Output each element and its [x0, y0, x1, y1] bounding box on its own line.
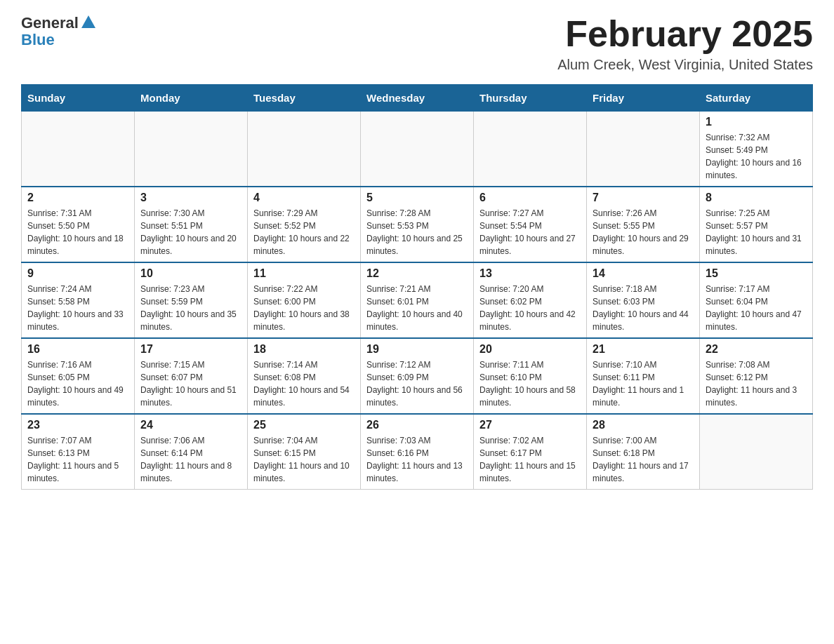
day-info: Sunrise: 7:29 AM Sunset: 5:52 PM Dayligh…: [253, 207, 355, 257]
day-info: Sunrise: 7:18 AM Sunset: 6:03 PM Dayligh…: [593, 283, 694, 333]
day-info: Sunrise: 7:00 AM Sunset: 6:18 PM Dayligh…: [593, 434, 694, 485]
day-number: 26: [366, 419, 468, 431]
day-number: 20: [479, 343, 581, 356]
calendar-cell: 5Sunrise: 7:28 AM Sunset: 5:53 PM Daylig…: [361, 187, 474, 262]
calendar-cell: 14Sunrise: 7:18 AM Sunset: 6:03 PM Dayli…: [587, 262, 700, 338]
logo-triangle-icon: [81, 15, 95, 28]
calendar-cell: 28Sunrise: 7:00 AM Sunset: 6:18 PM Dayli…: [587, 414, 700, 490]
day-info: Sunrise: 7:03 AM Sunset: 6:16 PM Dayligh…: [366, 434, 468, 485]
day-number: 14: [593, 267, 694, 280]
day-number: 2: [27, 192, 128, 204]
header-thursday: Thursday: [474, 85, 587, 112]
calendar-cell: 2Sunrise: 7:31 AM Sunset: 5:50 PM Daylig…: [22, 187, 135, 262]
calendar-cell: 4Sunrise: 7:29 AM Sunset: 5:52 PM Daylig…: [248, 187, 361, 262]
day-info: Sunrise: 7:10 AM Sunset: 6:11 PM Dayligh…: [593, 358, 694, 409]
calendar-cell: 10Sunrise: 7:23 AM Sunset: 5:59 PM Dayli…: [135, 262, 248, 338]
logo: General Blue: [21, 14, 95, 49]
day-number: 28: [593, 419, 694, 431]
title-section: February 2025 Alum Creek, West Virginia,…: [557, 14, 813, 73]
calendar-cell: 11Sunrise: 7:22 AM Sunset: 6:00 PM Dayli…: [248, 262, 361, 338]
calendar-week-4: 16Sunrise: 7:16 AM Sunset: 6:05 PM Dayli…: [22, 338, 813, 414]
calendar-cell: 22Sunrise: 7:08 AM Sunset: 6:12 PM Dayli…: [700, 338, 813, 414]
header-saturday: Saturday: [700, 85, 813, 112]
day-info: Sunrise: 7:30 AM Sunset: 5:51 PM Dayligh…: [140, 207, 241, 257]
day-info: Sunrise: 7:31 AM Sunset: 5:50 PM Dayligh…: [27, 207, 128, 257]
calendar-cell: 26Sunrise: 7:03 AM Sunset: 6:16 PM Dayli…: [361, 414, 474, 490]
day-number: 6: [479, 192, 581, 204]
day-number: 4: [253, 192, 355, 204]
day-number: 17: [140, 343, 241, 356]
day-number: 8: [706, 192, 807, 204]
day-info: Sunrise: 7:25 AM Sunset: 5:57 PM Dayligh…: [706, 207, 807, 257]
header-friday: Friday: [587, 85, 700, 112]
day-info: Sunrise: 7:11 AM Sunset: 6:10 PM Dayligh…: [479, 358, 581, 409]
calendar-cell: 13Sunrise: 7:20 AM Sunset: 6:02 PM Dayli…: [474, 262, 587, 338]
day-info: Sunrise: 7:12 AM Sunset: 6:09 PM Dayligh…: [366, 358, 468, 409]
calendar-table: SundayMondayTuesdayWednesdayThursdayFrid…: [21, 84, 813, 490]
day-info: Sunrise: 7:32 AM Sunset: 5:49 PM Dayligh…: [706, 131, 807, 182]
day-info: Sunrise: 7:28 AM Sunset: 5:53 PM Dayligh…: [366, 207, 468, 257]
day-number: 10: [140, 267, 241, 280]
calendar-cell: [361, 112, 474, 187]
calendar-week-1: 1Sunrise: 7:32 AM Sunset: 5:49 PM Daylig…: [22, 112, 813, 187]
header-sunday: Sunday: [22, 85, 135, 112]
day-number: 23: [27, 419, 128, 431]
day-number: 12: [366, 267, 468, 280]
day-number: 24: [140, 419, 241, 431]
calendar-cell: 25Sunrise: 7:04 AM Sunset: 6:15 PM Dayli…: [248, 414, 361, 490]
calendar-cell: [248, 112, 361, 187]
header-tuesday: Tuesday: [248, 85, 361, 112]
calendar-cell: 9Sunrise: 7:24 AM Sunset: 5:58 PM Daylig…: [22, 262, 135, 338]
calendar-week-3: 9Sunrise: 7:24 AM Sunset: 5:58 PM Daylig…: [22, 262, 813, 338]
calendar-cell: 24Sunrise: 7:06 AM Sunset: 6:14 PM Dayli…: [135, 414, 248, 490]
calendar-cell: 7Sunrise: 7:26 AM Sunset: 5:55 PM Daylig…: [587, 187, 700, 262]
day-number: 18: [253, 343, 355, 356]
day-number: 27: [479, 419, 581, 431]
day-info: Sunrise: 7:15 AM Sunset: 6:07 PM Dayligh…: [140, 358, 241, 409]
calendar-cell: 15Sunrise: 7:17 AM Sunset: 6:04 PM Dayli…: [700, 262, 813, 338]
calendar-cell: 16Sunrise: 7:16 AM Sunset: 6:05 PM Dayli…: [22, 338, 135, 414]
day-number: 9: [27, 267, 128, 280]
day-info: Sunrise: 7:24 AM Sunset: 5:58 PM Dayligh…: [27, 283, 128, 333]
day-info: Sunrise: 7:20 AM Sunset: 6:02 PM Dayligh…: [479, 283, 581, 333]
month-title: February 2025: [557, 14, 813, 54]
day-number: 16: [27, 343, 128, 356]
day-info: Sunrise: 7:22 AM Sunset: 6:00 PM Dayligh…: [253, 283, 355, 333]
day-number: 19: [366, 343, 468, 356]
calendar-cell: [700, 414, 813, 490]
location-subtitle: Alum Creek, West Virginia, United States: [557, 57, 813, 73]
day-number: 15: [706, 267, 807, 280]
calendar-cell: 20Sunrise: 7:11 AM Sunset: 6:10 PM Dayli…: [474, 338, 587, 414]
day-info: Sunrise: 7:17 AM Sunset: 6:04 PM Dayligh…: [706, 283, 807, 333]
calendar-cell: 18Sunrise: 7:14 AM Sunset: 6:08 PM Dayli…: [248, 338, 361, 414]
day-number: 3: [140, 192, 241, 204]
header-monday: Monday: [135, 85, 248, 112]
day-info: Sunrise: 7:08 AM Sunset: 6:12 PM Dayligh…: [706, 358, 807, 409]
calendar-cell: 12Sunrise: 7:21 AM Sunset: 6:01 PM Dayli…: [361, 262, 474, 338]
day-number: 25: [253, 419, 355, 431]
day-number: 21: [593, 343, 694, 356]
calendar-cell: 3Sunrise: 7:30 AM Sunset: 5:51 PM Daylig…: [135, 187, 248, 262]
calendar-cell: 1Sunrise: 7:32 AM Sunset: 5:49 PM Daylig…: [700, 112, 813, 187]
calendar-cell: [587, 112, 700, 187]
calendar-week-5: 23Sunrise: 7:07 AM Sunset: 6:13 PM Dayli…: [22, 414, 813, 490]
page-header: General Blue February 2025 Alum Creek, W…: [21, 14, 813, 73]
calendar-cell: 23Sunrise: 7:07 AM Sunset: 6:13 PM Dayli…: [22, 414, 135, 490]
calendar-cell: [22, 112, 135, 187]
day-number: 22: [706, 343, 807, 356]
calendar-cell: 21Sunrise: 7:10 AM Sunset: 6:11 PM Dayli…: [587, 338, 700, 414]
day-number: 7: [593, 192, 694, 204]
day-info: Sunrise: 7:26 AM Sunset: 5:55 PM Dayligh…: [593, 207, 694, 257]
day-info: Sunrise: 7:21 AM Sunset: 6:01 PM Dayligh…: [366, 283, 468, 333]
calendar-cell: [474, 112, 587, 187]
day-number: 1: [706, 116, 807, 128]
day-info: Sunrise: 7:14 AM Sunset: 6:08 PM Dayligh…: [253, 358, 355, 409]
calendar-header-row: SundayMondayTuesdayWednesdayThursdayFrid…: [22, 85, 813, 112]
day-number: 5: [366, 192, 468, 204]
calendar-week-2: 2Sunrise: 7:31 AM Sunset: 5:50 PM Daylig…: [22, 187, 813, 262]
day-info: Sunrise: 7:04 AM Sunset: 6:15 PM Dayligh…: [253, 434, 355, 485]
calendar-cell: [135, 112, 248, 187]
calendar-cell: 6Sunrise: 7:27 AM Sunset: 5:54 PM Daylig…: [474, 187, 587, 262]
calendar-cell: 19Sunrise: 7:12 AM Sunset: 6:09 PM Dayli…: [361, 338, 474, 414]
day-info: Sunrise: 7:27 AM Sunset: 5:54 PM Dayligh…: [479, 207, 581, 257]
